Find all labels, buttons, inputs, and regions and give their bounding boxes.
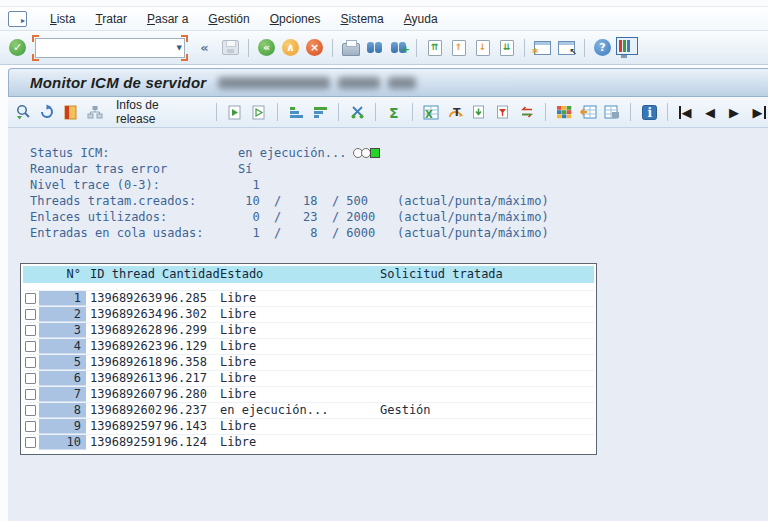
toolbar-separator — [524, 39, 525, 57]
previous-page-button[interactable]: ↑ — [448, 36, 469, 60]
table-row[interactable]: 4 1396892623 96.129 Libre — [23, 338, 594, 354]
word-processing-button[interactable]: T — [445, 100, 465, 124]
menu-item[interactable]: Ayuda — [395, 9, 447, 29]
svg-text:T: T — [453, 106, 461, 119]
customize-layout-button[interactable] — [616, 36, 638, 60]
next-column-button[interactable]: ▶ — [724, 100, 744, 124]
cell-row-number[interactable]: 5 — [39, 355, 86, 370]
cell-estado: Libre — [210, 355, 350, 370]
cell-row-number[interactable]: 3 — [39, 323, 86, 338]
print-button[interactable] — [340, 36, 361, 60]
save-layout-button[interactable] — [602, 100, 622, 124]
table-row[interactable]: 2 1396892634 96.302 Libre — [23, 306, 594, 322]
menu-item[interactable]: Opciones — [261, 9, 330, 29]
trace-file-button[interactable] — [61, 100, 81, 124]
row-checkbox[interactable] — [25, 389, 36, 400]
row-checkbox[interactable] — [25, 405, 36, 416]
status-line: Reanudar tras errorSí — [30, 161, 768, 177]
row-checkbox[interactable] — [25, 293, 36, 304]
excel-view-button[interactable]: X — [421, 100, 441, 124]
last-column-button[interactable]: ▶ — [748, 100, 768, 124]
table-row[interactable]: 1 1396892639 96.285 Libre — [23, 290, 594, 306]
cell-thread-id: 1396892628 — [86, 323, 162, 338]
cell-estado: en ejecución... — [210, 403, 350, 418]
screen-content: Status ICM:en ejecución... Reanudar tras… — [8, 128, 768, 521]
total-button[interactable]: Σ — [384, 100, 404, 124]
select-layout-button[interactable] — [578, 100, 598, 124]
mail-recipient-button[interactable] — [493, 100, 513, 124]
cell-thread-id: 1396892602 — [86, 403, 162, 418]
set-filter-button[interactable] — [347, 100, 367, 124]
svg-text:X: X — [425, 109, 433, 120]
back-button[interactable]: « — [256, 36, 277, 60]
cell-row-number[interactable]: 10 — [39, 435, 86, 450]
refresh-button[interactable] — [37, 100, 57, 124]
help-button[interactable]: ? — [592, 36, 613, 60]
row-checkbox[interactable] — [25, 341, 36, 352]
abc-analysis-button[interactable] — [517, 100, 537, 124]
menu-item[interactable]: Sistema — [331, 9, 392, 29]
table-row[interactable]: 7 1396892607 96.280 Libre — [23, 386, 594, 402]
exit-button[interactable]: ∧ — [280, 36, 301, 60]
table-row[interactable]: 10 1396892591 96.124 Libre — [23, 434, 594, 450]
row-checkbox[interactable] — [25, 421, 36, 432]
status-value: 1 / 8 / 6000 (actual/punta/máximo) — [238, 225, 549, 241]
last-page-button[interactable]: ⇊ — [496, 36, 517, 60]
row-checkbox[interactable] — [25, 373, 36, 384]
local-file-button[interactable] — [469, 100, 489, 124]
enter-button[interactable]: ✓ — [7, 36, 28, 60]
create-shortcut-button[interactable]: ↖ — [556, 36, 577, 60]
table-row[interactable]: 3 1396892628 96.299 Libre — [23, 322, 594, 338]
collapse-command-icon[interactable]: « — [192, 36, 217, 60]
status-panel: Status ICM:en ejecución... Reanudar tras… — [30, 145, 768, 241]
refresh-display-button[interactable] — [13, 100, 33, 124]
table-row[interactable]: 5 1396892618 96.358 Libre — [23, 354, 594, 370]
cell-row-number[interactable]: 1 — [39, 291, 86, 306]
first-page-button[interactable]: ⇈ — [424, 36, 445, 60]
services-tree-button[interactable] — [85, 100, 105, 124]
previous-column-button[interactable]: ◀ — [700, 100, 720, 124]
table-row[interactable]: 6 1396892613 96.217 Libre — [23, 370, 594, 386]
system-menu-icon[interactable]: ▸ — [8, 11, 27, 27]
menu-item[interactable]: Gestión — [199, 9, 258, 29]
row-checkbox[interactable] — [25, 437, 36, 448]
find-button[interactable] — [364, 36, 385, 60]
table-row[interactable]: 9 1396892597 96.143 Libre — [23, 418, 594, 434]
cell-row-number[interactable]: 2 — [39, 307, 86, 322]
next-page-button[interactable]: ↓ — [472, 36, 493, 60]
toolbar-separator — [248, 39, 249, 57]
standard-toolbar: ✓ ▼ « « ∧ × + ⇈ ↑ ↓ ⇊ * ↖ ? — [0, 31, 768, 65]
display-detail-button[interactable] — [249, 100, 269, 124]
cell-row-number[interactable]: 4 — [39, 339, 86, 354]
svg-text:i: i — [647, 106, 652, 120]
column-header-solicitud: Solicitud tratada — [350, 267, 594, 282]
menu-item[interactable]: Pasar a — [138, 9, 197, 29]
alv-grid-button[interactable] — [554, 100, 574, 124]
choose-detail-button[interactable] — [225, 100, 245, 124]
find-next-button[interactable]: + — [388, 36, 409, 60]
row-checkbox[interactable] — [25, 357, 36, 368]
menu-item[interactable]: Lista — [41, 9, 84, 29]
save-button[interactable] — [220, 36, 241, 60]
sort-descending-button[interactable] — [310, 100, 330, 124]
table-row[interactable]: 8 1396892602 96.237 en ejecución... Gest… — [23, 402, 594, 418]
status-label: Nivel trace (0-3): — [30, 177, 238, 193]
info-button[interactable]: i — [639, 100, 659, 124]
trace-file-icon — [64, 105, 78, 120]
menu-item[interactable]: Tratar — [86, 9, 136, 29]
sort-ascending-button[interactable] — [286, 100, 306, 124]
cell-row-number[interactable]: 6 — [39, 371, 86, 386]
first-column-button[interactable]: ◀ — [676, 100, 696, 124]
cell-row-number[interactable]: 9 — [39, 419, 86, 434]
release-info-button[interactable]: Infos de release — [109, 95, 208, 129]
status-value: 10 / 18 / 500 (actual/punta/máximo) — [238, 193, 549, 209]
row-checkbox[interactable] — [25, 309, 36, 320]
cell-row-number[interactable]: 8 — [39, 403, 86, 418]
svg-text:Σ: Σ — [389, 105, 399, 120]
save-icon — [222, 40, 239, 55]
new-session-button[interactable]: * — [532, 36, 553, 60]
command-field[interactable] — [35, 38, 185, 58]
row-checkbox[interactable] — [25, 325, 36, 336]
cancel-button[interactable]: × — [304, 36, 325, 60]
cell-row-number[interactable]: 7 — [39, 387, 86, 402]
